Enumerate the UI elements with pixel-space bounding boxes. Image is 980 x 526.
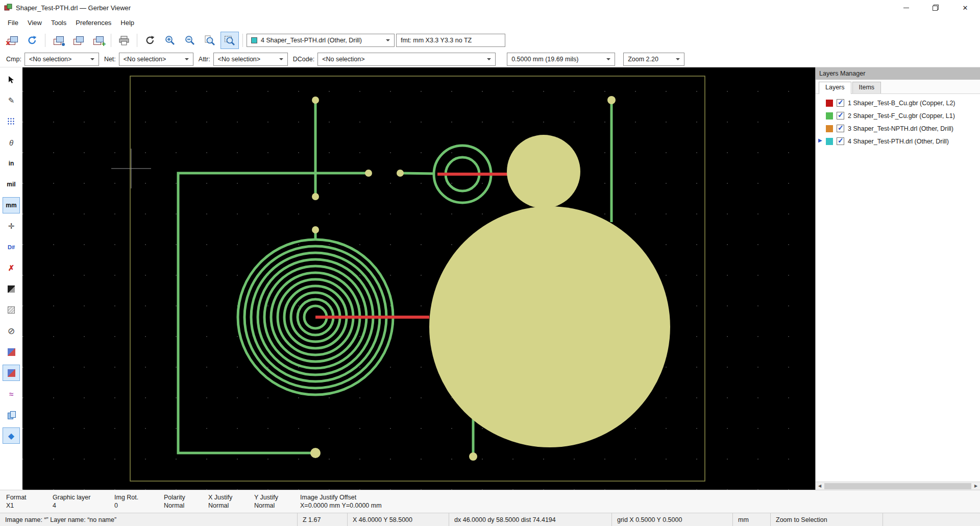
left-toolbar: ✎ θ in mil mm ✛ D# ✗ ⊘ ≈ ◆ <box>0 67 22 490</box>
high-contrast-mode-button[interactable] <box>3 365 20 381</box>
diff-mode-icon <box>8 348 15 356</box>
status-relative-position: dx 46.0000 dy 58.5000 dist 74.4194 <box>449 513 612 526</box>
layer-visibility-checkbox[interactable] <box>837 137 844 145</box>
tab-items[interactable]: Items <box>852 82 881 94</box>
open-gerber-file-button[interactable] <box>49 32 67 49</box>
clear-all-layers-button[interactable]: ✕ <box>3 32 21 49</box>
zoom-select-value: Zoom 2.20 <box>628 56 658 63</box>
measure-tool-button[interactable]: ✎ <box>3 92 20 109</box>
flashed-items-sketch-button[interactable]: ✗ <box>3 260 20 276</box>
layer-row-4[interactable]: ▶ 4 Shaper_Test-PTH.drl (Other, Drill) <box>816 135 980 148</box>
menu-tools[interactable]: Tools <box>46 17 71 29</box>
layer-label: 4 Shaper_Test-PTH.drl (Other, Drill) <box>848 138 949 145</box>
layer-color-swatch <box>826 112 833 119</box>
status-image-justify-offset: Image Justify OffsetX=0.0000 mm Y=0.0000… <box>300 490 980 513</box>
units-mils-button[interactable]: mil <box>3 176 20 193</box>
print-button[interactable] <box>115 32 133 49</box>
open-drill-icon <box>73 36 84 45</box>
redraw-view-button[interactable] <box>141 32 159 49</box>
cursor-shape-button[interactable]: ✛ <box>3 218 20 234</box>
polar-coords-icon: θ <box>9 138 13 147</box>
selection-arrow-icon <box>7 76 15 84</box>
layer-row-3[interactable]: 3 Shaper_Test-NPTH.drl (Other, Drill) <box>816 122 980 135</box>
zoom-in-button[interactable] <box>161 32 179 49</box>
layer-color-swatch <box>826 138 833 145</box>
layer-visibility-checkbox[interactable] <box>837 125 844 132</box>
net-select[interactable]: <No selection> <box>119 53 193 66</box>
maximize-button[interactable] <box>921 0 950 15</box>
open-job-file-button[interactable]: + <box>89 32 107 49</box>
close-button[interactable]: ✕ <box>950 0 980 15</box>
lines-sketch-mode-button[interactable] <box>3 281 20 297</box>
diff-mode-button[interactable] <box>3 344 20 360</box>
layer-label: 1 Shaper_Test-B_Cu.gbr (Copper, L2) <box>848 100 955 107</box>
tab-layers[interactable]: Layers <box>819 82 851 94</box>
net-label: Net: <box>104 56 116 63</box>
high-contrast-icon <box>8 369 15 377</box>
grid-size-select[interactable]: 0.5000 mm (19.69 mils) <box>507 53 615 66</box>
status-zoom-factor: Z 1.67 <box>298 513 348 526</box>
zoom-fit-button[interactable] <box>201 32 219 49</box>
polar-coordinates-button[interactable]: θ <box>3 134 20 151</box>
menu-view[interactable]: View <box>23 17 46 29</box>
gerber-canvas[interactable] <box>22 67 815 490</box>
layer-color-swatch <box>826 125 833 132</box>
clear-layers-icon: ✕ <box>7 36 18 45</box>
layer-row-1[interactable]: 1 Shaper_Test-B_Cu.gbr (Copper, L2) <box>816 97 980 109</box>
xor-mode-button[interactable]: ≈ <box>3 386 20 402</box>
menu-preferences[interactable]: Preferences <box>71 17 116 29</box>
measure-icon: ✎ <box>8 96 15 105</box>
status-cursor-position: X 46.0000 Y 58.5000 <box>348 513 449 526</box>
active-layer-select[interactable]: 4 Shaper_Test-PTH.drl (Other, Drill) <box>247 34 395 47</box>
units-inches-button[interactable]: in <box>3 155 20 172</box>
layer-visibility-checkbox[interactable] <box>837 112 844 119</box>
main-toolbar: ✕ + <box>0 30 980 51</box>
status-units: mm <box>733 513 771 526</box>
format-info-field[interactable] <box>396 34 505 47</box>
flip-view-button[interactable] <box>3 407 20 423</box>
menubar: File View Tools Preferences Help <box>0 15 980 30</box>
layer-color-swatch <box>826 100 833 107</box>
layers-horizontal-scrollbar[interactable]: ◀ ▶ <box>816 482 980 490</box>
scrollbar-thumb[interactable] <box>824 483 971 489</box>
layer-visibility-checkbox[interactable] <box>837 99 844 107</box>
zoom-select[interactable]: Zoom 2.20 <box>623 53 684 66</box>
selection-tool-button[interactable] <box>3 71 20 88</box>
reload-all-layers-button[interactable] <box>23 32 41 49</box>
units-mm-button[interactable]: mm <box>3 197 20 213</box>
polygons-sketch-mode-button[interactable] <box>3 302 20 318</box>
scroll-right-icon[interactable]: ▶ <box>972 484 980 488</box>
grid-visibility-button[interactable] <box>3 113 20 130</box>
window-title: Shaper_Test-PTH.drl — Gerber Viewer <box>16 4 131 12</box>
active-layer-color-swatch <box>251 37 257 43</box>
redraw-icon <box>144 35 156 46</box>
image-info-statusbar: FormatX1 Graphic layer4 Img Rot.0 Polari… <box>0 490 980 513</box>
inches-units-icon: in <box>9 160 14 167</box>
open-drill-file-button[interactable] <box>69 32 87 49</box>
zoom-to-selection-button[interactable] <box>220 32 239 49</box>
layer-row-2[interactable]: 2 Shaper_Test-F_Cu.gbr (Copper, L1) <box>816 109 980 122</box>
zoom-out-button[interactable] <box>181 32 199 49</box>
minimize-button[interactable] <box>891 0 921 15</box>
toolbar-separator <box>111 34 111 47</box>
net-select-value: <No selection> <box>124 56 166 63</box>
layers-manager-toggle-button[interactable]: ◆ <box>3 427 20 444</box>
negative-objects-button[interactable]: ⊘ <box>3 323 20 339</box>
scroll-left-icon[interactable]: ◀ <box>816 484 824 488</box>
active-layer-select-value: 4 Shaper_Test-PTH.drl (Other, Drill) <box>261 37 362 44</box>
dcode-select[interactable]: <No selection> <box>317 53 496 66</box>
mils-units-icon: mil <box>7 181 15 188</box>
show-dcodes-button[interactable]: D# <box>3 239 20 255</box>
menu-help[interactable]: Help <box>116 17 139 29</box>
attribute-select[interactable]: <No selection> <box>213 53 288 66</box>
copper-pours-and-pads <box>310 96 670 461</box>
layer-label: 2 Shaper_Test-F_Cu.gbr (Copper, L1) <box>848 112 955 119</box>
layers-manager-icon: ◆ <box>8 431 14 441</box>
component-select[interactable]: <No selection> <box>24 53 99 66</box>
layers-manager-tabs: Layers Items <box>816 80 980 94</box>
gerber-drawing <box>22 67 815 490</box>
main-area: ✎ θ in mil mm ✛ D# ✗ ⊘ ≈ ◆ <box>0 67 980 490</box>
menu-file[interactable]: File <box>3 17 23 29</box>
toolbar-separator <box>45 34 45 47</box>
attr-label: Attr: <box>199 56 210 63</box>
